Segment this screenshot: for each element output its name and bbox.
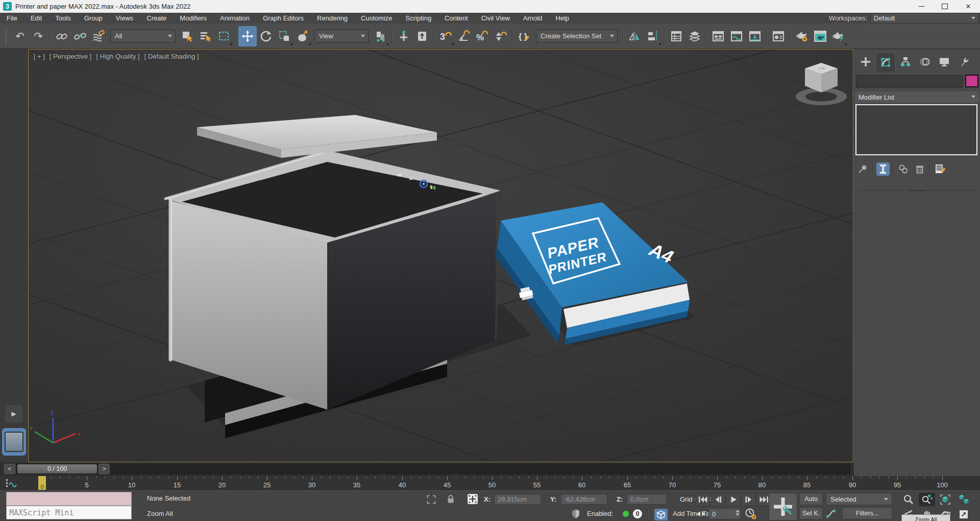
object-color-swatch[interactable] [965, 75, 978, 87]
undo-button[interactable]: ↶ [11, 26, 29, 46]
notification-count-badge[interactable]: 0 [633, 509, 642, 518]
zoom-all-button[interactable] [919, 493, 935, 506]
angle-snap-toggle-button[interactable] [455, 26, 473, 46]
tab-create[interactable] [856, 52, 875, 72]
render-production-button[interactable] [829, 26, 848, 46]
viewport-layout-tab[interactable] [2, 428, 26, 456]
absolute-mode-transform-toggle[interactable] [467, 493, 479, 505]
tab-hierarchy[interactable] [896, 52, 915, 72]
unlink-selection-button[interactable] [71, 26, 89, 46]
keyboard-shortcut-override-button[interactable] [413, 26, 431, 46]
pin-stack-button[interactable] [856, 162, 869, 176]
mirror-button[interactable] [625, 26, 644, 46]
zoom-button[interactable] [900, 493, 917, 506]
menu-item-group[interactable]: Group [78, 13, 109, 23]
select-and-link-button[interactable] [53, 26, 71, 46]
toggle-ribbon-button[interactable] [709, 26, 727, 46]
perspective-viewport[interactable]: [ + ] [ Perspective ] [ High Quality ] [… [28, 49, 853, 462]
menu-item-civil-view[interactable]: Civil View [475, 13, 517, 23]
menu-item-customize[interactable]: Customize [354, 13, 399, 23]
toggle-scene-explorer-button[interactable] [667, 26, 685, 46]
x-coord-field[interactable]: 29,315cm [494, 494, 541, 505]
use-pivot-center-button[interactable] [371, 26, 389, 46]
key-mode-toggle[interactable] [695, 509, 707, 518]
time-configuration-button[interactable] [744, 508, 757, 520]
current-frame-marker[interactable]: 0 [38, 476, 46, 490]
menu-item-create[interactable]: Create [140, 13, 173, 23]
menu-item-file[interactable]: File [0, 13, 24, 23]
current-frame-field[interactable]: 0 [708, 508, 741, 519]
set-keys-button[interactable] [769, 493, 797, 520]
maximize-button[interactable] [933, 0, 957, 13]
key-filter-dropdown[interactable]: Selected [826, 493, 892, 505]
menu-item-help[interactable]: Help [549, 13, 576, 23]
workspaces-dropdown[interactable]: Default [870, 13, 979, 23]
viewport-menu-general[interactable]: [ + ] [34, 53, 45, 60]
mini-curve-editor-icon[interactable] [5, 478, 18, 489]
menu-item-arnold[interactable]: Arnold [517, 13, 549, 23]
material-editor-button[interactable] [769, 26, 788, 46]
layout-tabs-expand-button[interactable]: ▶ [5, 405, 22, 422]
zoom-extents-all-button[interactable] [955, 493, 972, 506]
tab-display[interactable] [935, 52, 954, 72]
remove-modifier-button[interactable] [913, 162, 926, 176]
tab-modify[interactable] [875, 52, 896, 72]
menu-item-rendering[interactable]: Rendering [310, 13, 354, 23]
tab-motion[interactable] [915, 52, 935, 72]
rollout-divider[interactable]: •••••• [857, 190, 976, 191]
toggle-layer-explorer-button[interactable] [685, 26, 704, 46]
previous-frame-button[interactable] [710, 493, 725, 506]
frame-spinner-arrows[interactable] [736, 510, 740, 516]
key-filters-button[interactable]: Filters... [842, 507, 892, 519]
z-coord-field[interactable]: 0,0cm [627, 494, 667, 505]
percent-snap-toggle-button[interactable]: % [473, 26, 492, 46]
menu-item-animation[interactable]: Animation [213, 13, 256, 23]
time-slider-track[interactable] [16, 464, 850, 474]
menu-item-edit[interactable]: Edit [24, 13, 48, 23]
modifier-list-dropdown[interactable]: Modifier List [855, 91, 979, 103]
viewport-menu-shading[interactable]: [ Default Shading ] [144, 53, 199, 60]
reference-coordsys-dropdown[interactable]: View [314, 30, 369, 43]
toolbar-drag-handle[interactable] [5, 27, 8, 45]
render-setup-button[interactable] [793, 26, 811, 46]
select-and-move-button[interactable] [238, 26, 257, 46]
menu-item-scripting[interactable]: Scripting [399, 13, 438, 23]
default-tangent-button[interactable] [826, 508, 838, 519]
next-frame-button[interactable] [741, 493, 756, 506]
named-selection-set-dropdown[interactable]: Create Selection Set [536, 30, 618, 43]
show-end-result-button[interactable] [876, 162, 890, 176]
menu-item-tools[interactable]: Tools [48, 13, 77, 23]
maximize-viewport-toggle[interactable] [955, 508, 972, 521]
select-and-place-button[interactable] [293, 26, 312, 46]
go-to-start-button[interactable] [695, 493, 710, 506]
isolate-selection-toggle[interactable] [426, 494, 437, 505]
menu-item-graph-editors[interactable]: Graph Editors [256, 13, 310, 23]
select-by-name-button[interactable] [197, 26, 215, 46]
bind-to-space-warp-button[interactable] [89, 26, 108, 46]
schematic-view-button[interactable] [746, 26, 764, 46]
select-and-manipulate-button[interactable] [395, 26, 413, 46]
menu-item-views[interactable]: Views [109, 13, 140, 23]
close-button[interactable]: × [957, 0, 980, 13]
viewport-menu-quality[interactable]: [ High Quality ] [96, 53, 139, 60]
selection-filter-dropdown[interactable]: All [110, 30, 176, 43]
align-button[interactable] [644, 26, 662, 46]
redo-button[interactable]: ↷ [29, 26, 47, 46]
next-frame-slider-button[interactable]: > [99, 464, 110, 474]
spinner-snap-toggle-button[interactable] [492, 26, 510, 46]
tab-utilities[interactable] [954, 52, 973, 72]
select-and-scale-button[interactable] [275, 26, 293, 46]
viewport-canvas[interactable]: PAPER PRINTER A4 TOP [29, 50, 853, 462]
modifier-stack[interactable] [855, 104, 977, 155]
time-slider-handle[interactable]: 0 / 100 [17, 464, 97, 473]
maxscript-mini-input[interactable]: MAXScript Mini [6, 506, 132, 519]
add-time-tag-button[interactable] [654, 509, 668, 520]
menu-item-content[interactable]: Content [438, 13, 475, 23]
curve-editor-button[interactable] [727, 26, 746, 46]
auto-key-button[interactable]: Auto [799, 493, 823, 505]
select-and-rotate-button[interactable] [257, 26, 275, 46]
track-bar[interactable]: 5 10 15 20 25 30 35 40 45 50 55 60 65 70… [0, 476, 980, 491]
object-name-field[interactable] [856, 75, 963, 88]
menu-item-modifiers[interactable]: Modifiers [173, 13, 213, 23]
set-key-button[interactable]: Set K. [799, 507, 823, 519]
